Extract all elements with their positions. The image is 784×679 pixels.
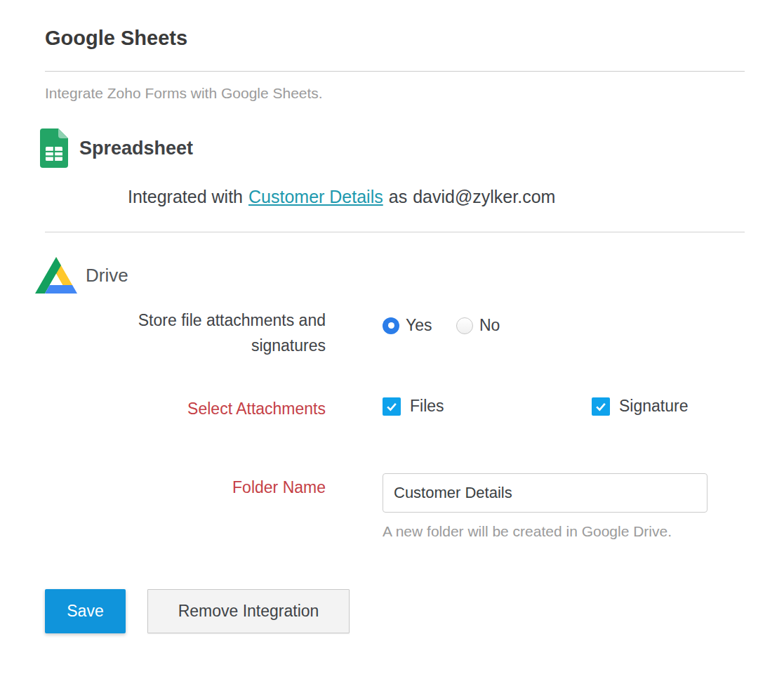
google-sheets-integration-page: Google Sheets Integrate Zoho Forms with …	[0, 0, 784, 679]
integration-email: david@zylker.com	[413, 187, 555, 207]
integration-status: Integrated with Customer Details as davi…	[128, 187, 555, 207]
integration-separator: as	[389, 187, 407, 207]
google-drive-icon	[35, 257, 77, 294]
folder-name-label: Folder Name	[45, 475, 326, 500]
checkbox-files-label: Files	[410, 397, 444, 416]
checkmark-icon	[385, 400, 399, 414]
section-divider	[45, 232, 745, 232]
store-attachments-label-line2: signatures	[45, 333, 326, 358]
remove-integration-button[interactable]: Remove Integration	[147, 589, 350, 633]
checkbox-option-files[interactable]: Files	[383, 397, 444, 416]
radio-selected-dot	[388, 322, 394, 329]
folder-name-input[interactable]	[383, 473, 707, 513]
store-attachments-label: Store file attachments and signatures	[45, 308, 326, 358]
radio-yes-label: Yes	[406, 316, 432, 335]
checkbox-option-signature[interactable]: Signature	[592, 397, 688, 416]
customer-details-link[interactable]: Customer Details	[248, 187, 383, 207]
radio-option-no[interactable]: No	[456, 316, 500, 335]
spreadsheet-section-heading: Spreadsheet	[79, 138, 193, 159]
page-subtitle: Integrate Zoho Forms with Google Sheets.	[45, 85, 323, 102]
radio-no-control[interactable]	[456, 317, 473, 334]
checkmark-icon	[594, 400, 608, 414]
radio-option-yes[interactable]: Yes	[383, 316, 432, 335]
checkbox-signature-label: Signature	[619, 397, 688, 416]
title-divider	[45, 71, 745, 72]
integration-prefix: Integrated with	[128, 187, 243, 207]
checkbox-files-control[interactable]	[383, 397, 401, 416]
radio-yes-control[interactable]	[383, 317, 399, 334]
radio-no-label: No	[479, 316, 500, 335]
select-attachments-label: Select Attachments	[45, 396, 326, 421]
google-sheets-icon	[40, 128, 68, 168]
save-button[interactable]: Save	[45, 589, 126, 633]
checkbox-signature-control[interactable]	[592, 397, 610, 416]
folder-helper-text: A new folder will be created in Google D…	[383, 523, 672, 540]
drive-section-heading: Drive	[86, 265, 128, 286]
page-title: Google Sheets	[45, 27, 187, 50]
store-attachments-label-line1: Store file attachments and	[45, 308, 326, 333]
